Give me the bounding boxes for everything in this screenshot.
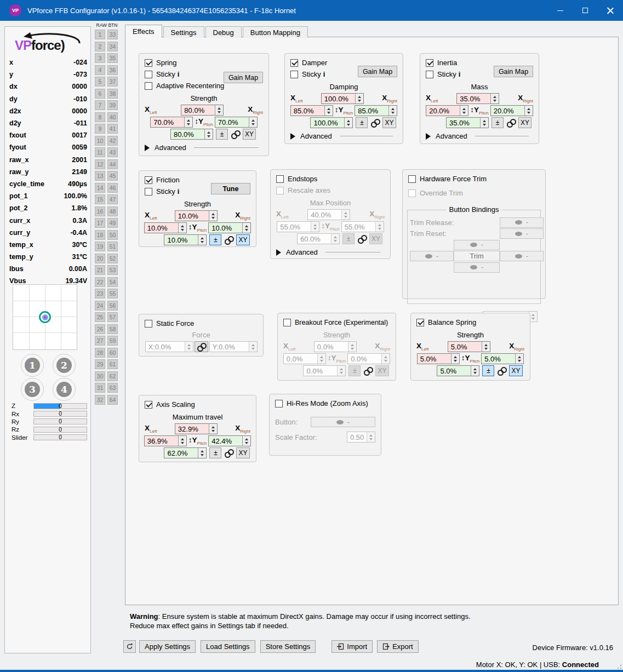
- trim-left-bind-button[interactable]: -: [410, 251, 454, 261]
- inertia-gain-map-button[interactable]: Gain Map: [494, 66, 533, 77]
- endstops-advanced-toggle[interactable]: Advanced: [276, 248, 385, 256]
- spin-down-button[interactable]: [391, 112, 395, 114]
- xy-toggle[interactable]: XY: [518, 117, 531, 128]
- spin-down-button[interactable]: [518, 360, 521, 362]
- link-icon[interactable]: [224, 236, 233, 245]
- spin-up-button[interactable]: [201, 237, 204, 239]
- plusminus-toggle[interactable]: ±: [356, 117, 368, 128]
- plusminus-toggle[interactable]: ±: [348, 365, 361, 376]
- plusminus-toggle[interactable]: ±: [491, 117, 504, 128]
- override-trim-checkbox[interactable]: [408, 189, 416, 197]
- trim-release-bind-button[interactable]: -: [500, 217, 544, 228]
- tab-effects[interactable]: Effects: [125, 25, 162, 38]
- spin-down-button[interactable]: [201, 241, 204, 243]
- inertia-checkbox[interactable]: [426, 59, 433, 67]
- link-icon[interactable]: [363, 366, 373, 376]
- spring-gain-map-button[interactable]: Gain Map: [224, 72, 263, 83]
- import-button[interactable]: Import: [331, 640, 373, 653]
- spinbox[interactable]: 70.0%: [215, 117, 258, 128]
- apply-settings-button[interactable]: Apply Settings: [139, 640, 196, 653]
- spinbox[interactable]: 80.0%: [181, 105, 224, 116]
- spin-up-button[interactable]: [518, 356, 521, 358]
- link-icon[interactable]: [231, 130, 240, 139]
- spinbox[interactable]: 20.0%: [426, 105, 468, 116]
- store-settings-button[interactable]: Store Settings: [260, 640, 316, 653]
- spin-up-button[interactable]: [484, 344, 488, 346]
- spin-down-button[interactable]: [207, 135, 210, 137]
- trim-down-bind-button[interactable]: -: [454, 262, 500, 273]
- spin-up-button[interactable]: [391, 108, 395, 110]
- trim-reset-bind-button[interactable]: -: [500, 228, 544, 239]
- spinbox[interactable]: 10.0%: [144, 222, 187, 233]
- close-button[interactable]: [598, 0, 623, 21]
- link-icon[interactable]: [506, 118, 516, 128]
- spinbox[interactable]: 80.0%: [170, 129, 213, 140]
- spin-down-button[interactable]: [347, 124, 350, 126]
- spin-arrows[interactable]: [460, 106, 468, 116]
- axis-scaling-checkbox[interactable]: [145, 401, 152, 409]
- trim-right-bind-button[interactable]: -: [500, 251, 544, 261]
- spin-up-button[interactable]: [483, 120, 486, 122]
- damper-sticky-checkbox[interactable]: [290, 71, 298, 78]
- spin-down-button[interactable]: [245, 229, 248, 231]
- link-icon[interactable]: [224, 449, 233, 458]
- spin-down-button[interactable]: [181, 229, 184, 231]
- xy-toggle[interactable]: XY: [243, 129, 256, 140]
- xy-toggle[interactable]: XY: [375, 365, 388, 376]
- spin-arrows[interactable]: [451, 354, 459, 364]
- spinbox[interactable]: 100.0%: [310, 117, 353, 128]
- friction-tune-button[interactable]: Tune: [211, 183, 250, 194]
- spin-down-button[interactable]: [212, 430, 215, 432]
- spin-up-button[interactable]: [493, 96, 496, 98]
- spin-down-button[interactable]: [462, 112, 466, 114]
- tab-settings[interactable]: Settings: [163, 26, 204, 38]
- spin-down-button[interactable]: [484, 348, 488, 350]
- tab-debug[interactable]: Debug: [205, 26, 242, 38]
- spin-arrows[interactable]: [249, 117, 257, 127]
- spinbox[interactable]: 85.0%: [290, 105, 333, 116]
- spin-up-button[interactable]: [245, 225, 248, 227]
- spin-down-button[interactable]: [358, 100, 361, 102]
- spinbox[interactable]: 85.0%: [355, 105, 397, 116]
- spin-up-button[interactable]: [245, 438, 248, 440]
- spring-sticky-checkbox[interactable]: [145, 71, 152, 78]
- spinbox[interactable]: 5.0%: [481, 353, 524, 364]
- spin-arrows[interactable]: [198, 235, 206, 245]
- spinbox[interactable]: 10.0%: [175, 210, 218, 221]
- spin-arrows[interactable]: [184, 117, 192, 127]
- plusminus-toggle[interactable]: ±: [209, 447, 221, 458]
- spin-arrows[interactable]: [178, 223, 186, 233]
- tab-button-mapping[interactable]: Button Mapping: [243, 26, 308, 38]
- spinbox[interactable]: 42.4%: [208, 435, 251, 446]
- hires-bind-button[interactable]: -: [311, 417, 375, 427]
- endstops-checkbox[interactable]: [276, 175, 284, 183]
- spin-up-button[interactable]: [527, 108, 530, 110]
- spin-arrows[interactable]: [471, 366, 479, 376]
- xy-toggle[interactable]: XY: [236, 234, 249, 245]
- spring-advanced-toggle[interactable]: Advanced: [145, 143, 263, 152]
- spin-arrows[interactable]: [524, 106, 533, 116]
- spin-arrows[interactable]: [355, 94, 363, 104]
- spin-down-button[interactable]: [493, 100, 496, 102]
- load-settings-button[interactable]: Load Settings: [201, 640, 255, 653]
- plusminus-toggle[interactable]: ±: [342, 233, 355, 244]
- damper-gain-map-button[interactable]: Gain Map: [358, 66, 397, 77]
- spinbox[interactable]: 20.0%: [490, 105, 533, 116]
- spin-up-button[interactable]: [212, 426, 215, 428]
- xy-toggle[interactable]: XY: [509, 365, 522, 376]
- hires-mode-checkbox[interactable]: [275, 400, 283, 407]
- spin-down-button[interactable]: [252, 123, 255, 125]
- breakout-force-checkbox[interactable]: [283, 319, 291, 326]
- friction-sticky-checkbox[interactable]: [145, 188, 152, 196]
- spin-up-button[interactable]: [327, 108, 330, 110]
- spinbox[interactable]: 10.0%: [164, 234, 207, 245]
- spinbox[interactable]: 36.9%: [144, 435, 187, 446]
- spin-down-button[interactable]: [201, 454, 204, 456]
- static-force-checkbox[interactable]: [145, 320, 152, 328]
- spin-down-button[interactable]: [473, 372, 477, 374]
- spin-arrows[interactable]: [242, 223, 250, 233]
- spinbox[interactable]: 5.0%: [437, 365, 479, 376]
- spin-arrows[interactable]: [215, 105, 223, 115]
- spin-up-button[interactable]: [252, 119, 255, 122]
- spin-arrows[interactable]: [209, 424, 217, 434]
